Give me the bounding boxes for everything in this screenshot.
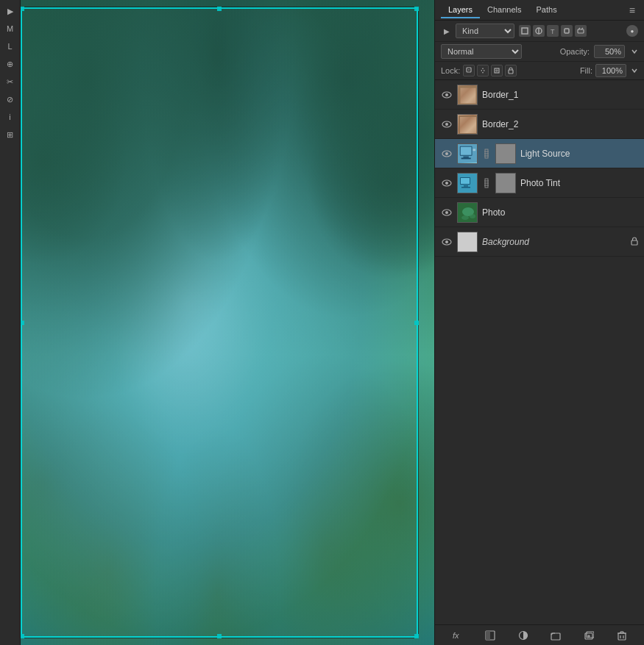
layer-mask-lightsource [495, 143, 516, 164]
add-effect-btn[interactable]: fx [450, 628, 464, 643]
svg-rect-0 [522, 28, 528, 34]
svg-rect-64 [618, 633, 626, 640]
svg-rect-38 [461, 178, 470, 184]
layer-visibility-photo[interactable] [441, 207, 453, 218]
tab-layers[interactable]: Layers [441, 2, 480, 18]
fill-dropdown-icon[interactable] [631, 66, 638, 75]
layers-list: Border_1 Border_2 [435, 80, 644, 624]
fill-value[interactable]: 100% [595, 64, 626, 77]
layer-item-border2[interactable]: Border_2 [435, 110, 644, 139]
filter-icons: T [519, 25, 587, 37]
layer-item-phototint[interactable]: Photo Tint [435, 168, 644, 198]
blend-mode-select[interactable]: Normal [441, 44, 522, 59]
panel-bottom: fx [435, 624, 644, 645]
delete-layer-btn[interactable] [615, 628, 629, 643]
svg-point-49 [461, 215, 469, 220]
lock-icons [463, 65, 517, 76]
layer-name-background: Background [482, 237, 626, 247]
layer-item-border1[interactable]: Border_1 [435, 80, 644, 110]
canvas-area [0, 0, 434, 645]
tool-move[interactable]: ▶ [2, 3, 18, 19]
svg-point-35 [445, 182, 448, 185]
layer-thumb-photo [457, 202, 478, 223]
lock-artboard-btn[interactable] [491, 65, 503, 76]
layer-item-photo[interactable]: Photo [435, 198, 644, 227]
svg-rect-57 [486, 631, 490, 640]
svg-rect-29 [473, 149, 475, 151]
lock-move-btn[interactable] [477, 65, 489, 76]
filter-adjustment-icon[interactable] [533, 25, 545, 37]
layer-thumb-border1 [457, 85, 478, 105]
kind-select[interactable]: Kind [456, 24, 514, 38]
new-adjustment-btn[interactable] [516, 628, 531, 643]
lock-row: Lock: [435, 62, 644, 80]
tool-select[interactable]: M [2, 21, 18, 37]
svg-rect-28 [461, 157, 471, 159]
svg-point-52 [445, 240, 448, 243]
svg-rect-21 [459, 115, 478, 135]
opacity-label: Opacity: [560, 47, 590, 56]
svg-rect-17 [459, 86, 478, 105]
layer-visibility-background[interactable] [441, 236, 453, 248]
tool-slice[interactable]: ✂ [2, 74, 18, 90]
panel-menu-icon[interactable]: ≡ [626, 3, 638, 18]
right-panel: Layers Channels Paths ≡ ▶ Kind [434, 0, 644, 645]
tool-lasso[interactable]: L [2, 38, 18, 54]
svg-point-23 [445, 152, 448, 155]
lock-all-btn[interactable] [505, 65, 517, 76]
canvas-image [0, 0, 434, 645]
new-group-btn[interactable] [548, 628, 563, 643]
svg-point-15 [445, 93, 448, 96]
svg-rect-39 [464, 185, 468, 187]
filter-row: ▶ Kind T [435, 21, 644, 42]
layer-visibility-border1[interactable] [441, 89, 453, 101]
tool-3d[interactable]: ⊞ [2, 126, 18, 143]
svg-rect-53 [458, 232, 478, 252]
svg-rect-27 [463, 156, 468, 157]
svg-rect-26 [461, 146, 472, 154]
svg-rect-13 [509, 70, 513, 74]
lock-label: Lock: [441, 66, 460, 75]
panel-tabs: Layers Channels Paths ≡ [435, 0, 644, 21]
filter-smart-icon[interactable] [575, 25, 587, 37]
filter-shape-icon[interactable] [561, 25, 573, 37]
layer-chain-phototint [482, 177, 491, 189]
svg-text:T: T [551, 28, 555, 35]
layer-thumb-phototint [457, 173, 478, 193]
layer-thumb-lightsource [457, 143, 478, 164]
opacity-value[interactable]: 50% [594, 45, 625, 58]
tool-heal[interactable]: ⊘ [2, 91, 18, 107]
new-layer-btn[interactable] [581, 628, 596, 643]
add-mask-btn[interactable] [483, 628, 498, 643]
svg-rect-40 [461, 187, 470, 188]
svg-rect-4 [565, 29, 569, 33]
tool-crop[interactable]: ⊕ [2, 56, 18, 72]
filter-toggle[interactable]: ● [626, 25, 638, 37]
layer-lock-background [631, 237, 638, 247]
layer-visibility-border2[interactable] [441, 118, 453, 130]
tool-info[interactable]: i [2, 109, 18, 125]
layer-item-background[interactable]: Background [435, 227, 644, 257]
svg-rect-54 [631, 240, 637, 245]
layer-name-phototint: Photo Tint [520, 178, 638, 188]
opacity-dropdown-icon[interactable] [631, 47, 638, 56]
layer-thumb-background [457, 232, 478, 252]
tab-channels[interactable]: Channels [480, 2, 528, 18]
layer-visibility-phototint[interactable] [441, 177, 453, 189]
filter-type-icon[interactable]: T [547, 25, 559, 37]
svg-rect-5 [578, 29, 584, 33]
play-button[interactable]: ▶ [441, 25, 453, 37]
tab-paths[interactable]: Paths [529, 2, 565, 18]
filter-pixel-icon[interactable] [519, 25, 531, 37]
layer-mask-phototint [495, 173, 516, 193]
blend-row: Normal Opacity: 50% [435, 42, 644, 62]
left-toolbar: ▶ M L ⊕ ✂ ⊘ i ⊞ [0, 0, 21, 645]
layer-chain-lightsource [482, 148, 491, 160]
layer-item-lightsource[interactable]: Light Source [435, 139, 644, 168]
svg-point-19 [445, 123, 448, 126]
svg-point-50 [470, 214, 475, 218]
layer-visibility-lightsource[interactable] [441, 148, 453, 160]
lock-pixels-btn[interactable] [463, 65, 475, 76]
layer-name-border2: Border_2 [482, 119, 638, 129]
svg-text:fx: fx [453, 631, 459, 640]
